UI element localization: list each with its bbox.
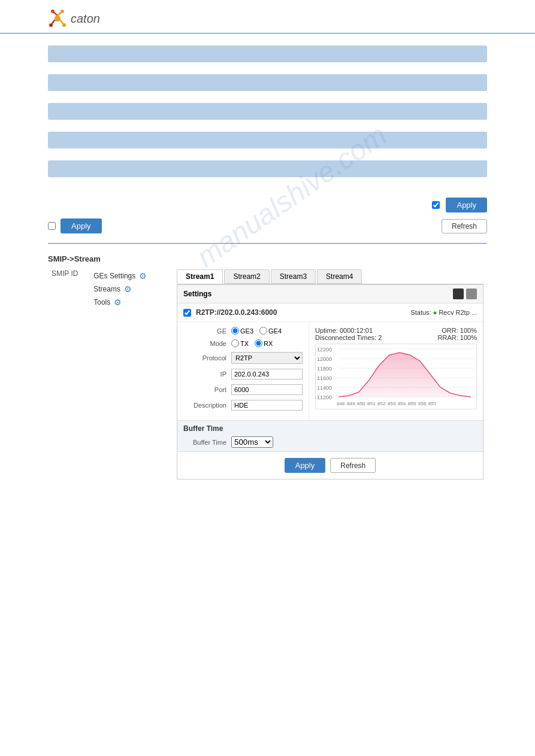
panel-icon-light[interactable]: [466, 289, 477, 299]
svg-text:850: 850: [357, 401, 365, 406]
nav-bar-5[interactable]: [48, 160, 487, 177]
smip-right-panel: Stream1 Stream2 Stream3 Stream4 Settings: [173, 267, 487, 482]
tools-label: Tools: [93, 298, 110, 306]
stream-form: GE GE3 GE4: [177, 322, 309, 420]
panel-icon-dark[interactable]: [453, 289, 464, 299]
mode-label: Mode: [183, 340, 231, 347]
status-dot: ●: [433, 309, 437, 316]
ge-row: GE GE3 GE4: [183, 327, 303, 335]
checkbox-left-input[interactable]: [48, 222, 56, 230]
nav-bar-4[interactable]: [48, 132, 487, 148]
status-text: Status: ● Recv R2tp ...: [410, 309, 477, 316]
ges-settings-item[interactable]: GEs Settings ⚙: [93, 269, 170, 283]
gear-icon-streams[interactable]: ⚙: [124, 284, 132, 294]
smip-middle: GEs Settings ⚙ Streams ⚙ Tools ⚙: [90, 267, 173, 482]
protocol-label: Protocol: [183, 354, 231, 362]
ge-radio-group: GE3 GE4: [231, 327, 303, 335]
gear-icon-ges[interactable]: ⚙: [139, 271, 147, 281]
description-input[interactable]: [231, 400, 303, 411]
buffer-section: Buffer Time Buffer Time 500ms 250ms 1000…: [177, 420, 483, 451]
svg-text:849: 849: [347, 401, 355, 406]
chart-stats: Uptime: 0000:12:01 Disconnected Times: 2…: [315, 327, 477, 341]
main-divider: [48, 243, 487, 244]
rx-label[interactable]: RX: [255, 339, 273, 347]
port-input[interactable]: [231, 384, 303, 395]
ge-label: GE: [183, 327, 231, 335]
tx-label[interactable]: TX: [231, 339, 249, 347]
nav-section: [0, 34, 535, 195]
ge4-label[interactable]: GE4: [259, 327, 282, 335]
settings-header: Settings: [177, 285, 483, 303]
svg-text:11600: 11600: [317, 375, 332, 381]
description-label: Description: [183, 402, 231, 409]
svg-text:853: 853: [388, 401, 396, 406]
chart-stats-left: Uptime: 0000:12:01 Disconnected Times: 2: [315, 327, 382, 341]
svg-text:852: 852: [377, 401, 386, 406]
logo-icon: [48, 9, 67, 28]
stream-chart: Uptime: 0000:12:01 Disconnected Times: 2…: [309, 322, 483, 420]
ge4-radio[interactable]: [259, 327, 267, 335]
status-value: Recv R2tp ...: [439, 309, 477, 316]
port-row: Port: [183, 384, 303, 395]
refresh-button-top[interactable]: Refresh: [442, 219, 487, 233]
buffer-title: Buffer Time: [183, 424, 477, 433]
tools-item[interactable]: Tools ⚙: [93, 296, 170, 309]
protocol-value: R2TP UDP TCP: [231, 352, 303, 364]
ip-input[interactable]: [231, 369, 303, 379]
buffer-label: Buffer Time: [183, 439, 231, 446]
mode-radio-group: TX RX: [231, 339, 303, 347]
ip-value: [231, 369, 303, 379]
action-row: Apply Refresh: [177, 451, 483, 479]
streams-item[interactable]: Streams ⚙: [93, 283, 170, 296]
uptime-text: Uptime: 0000:12:01: [315, 327, 382, 334]
svg-text:851: 851: [367, 401, 376, 406]
ges-settings-label: GEs Settings: [93, 272, 135, 280]
disconnected-text: Disconnected Times: 2: [315, 334, 382, 341]
smip-id-label: SMIP ID: [48, 267, 90, 482]
chart-stats-right: ORR: 100% RRAR: 100%: [438, 327, 477, 341]
apply-button-stream[interactable]: Apply: [285, 458, 326, 473]
ip-row: IP: [183, 369, 303, 379]
protocol-select[interactable]: R2TP UDP TCP: [231, 352, 303, 364]
svg-text:12000: 12000: [317, 356, 332, 362]
tx-radio[interactable]: [231, 339, 239, 347]
description-value: [231, 400, 303, 411]
apply-button-right[interactable]: Apply: [446, 198, 487, 212]
tab-stream3[interactable]: Stream3: [271, 269, 316, 284]
tab-stream2[interactable]: Stream2: [224, 269, 269, 284]
settings-panel: Settings R2TP://202.0.0.243:6000 Status:…: [177, 284, 483, 479]
port-label: Port: [183, 386, 231, 393]
refresh-button-stream[interactable]: Refresh: [330, 458, 376, 473]
svg-text:856: 856: [418, 401, 427, 406]
tab-stream1[interactable]: Stream1: [177, 269, 223, 284]
nav-bar-1[interactable]: [48, 45, 487, 62]
svg-text:855: 855: [408, 401, 416, 406]
nav-bar-2[interactable]: [48, 74, 487, 91]
nav-bar-3[interactable]: [48, 103, 487, 120]
buffer-select-wrapper: 500ms 250ms 1000ms: [231, 436, 273, 448]
mid-section: Apply Apply Refresh: [0, 195, 535, 237]
rx-radio[interactable]: [255, 339, 262, 347]
ip-label: IP: [183, 371, 231, 378]
checkbox-right[interactable]: [432, 201, 440, 209]
logo-text: caton: [71, 12, 100, 26]
checkbox-right-input[interactable]: [432, 201, 440, 209]
apply-button-left[interactable]: Apply: [61, 218, 102, 233]
orr-text: ORR: 100%: [438, 327, 477, 334]
smip-section: SMIP->Stream SMIP ID GEs Settings ⚙ Stre…: [0, 250, 535, 494]
gear-icon-tools[interactable]: ⚙: [114, 297, 122, 307]
ge3-radio[interactable]: [231, 327, 239, 335]
svg-text:857: 857: [428, 401, 437, 406]
tab-stream4[interactable]: Stream4: [317, 269, 362, 284]
protocol-row: Protocol R2TP UDP TCP: [183, 352, 303, 364]
ge3-label[interactable]: GE3: [231, 327, 253, 335]
stream-checkbox-label: R2TP://202.0.0.243:6000: [196, 308, 277, 317]
stream-enable-checkbox[interactable]: [183, 309, 191, 317]
right-row: Refresh: [442, 219, 487, 233]
buffer-time-select[interactable]: 500ms 250ms 1000ms: [231, 436, 273, 448]
description-row: Description: [183, 400, 303, 411]
left-row: Apply: [48, 218, 102, 233]
logo-area: caton: [48, 9, 487, 28]
svg-point-7: [49, 23, 53, 27]
tabs-row: Stream1 Stream2 Stream3 Stream4: [177, 269, 483, 284]
